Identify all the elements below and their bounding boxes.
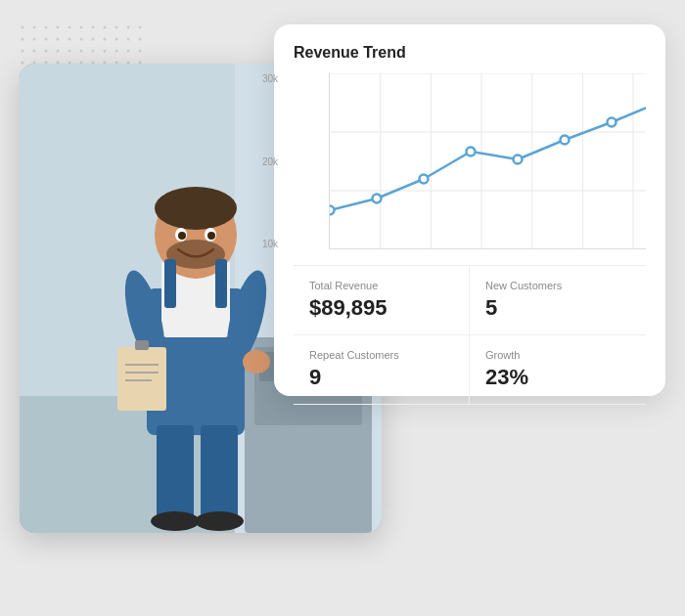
- svg-rect-18: [164, 259, 176, 308]
- new-customers-cell: New Customers 5: [470, 266, 646, 335]
- total-revenue-label: Total Revenue: [309, 280, 453, 291]
- svg-point-31: [151, 511, 200, 531]
- repeat-customers-value: 9: [309, 365, 453, 390]
- total-revenue-cell: Total Revenue $89,895: [294, 266, 470, 335]
- svg-point-23: [243, 350, 270, 374]
- svg-point-45: [467, 148, 476, 156]
- stats-grid: Total Revenue $89,895 New Customers 5 Re…: [294, 265, 646, 405]
- svg-point-47: [561, 136, 570, 145]
- svg-point-32: [195, 511, 244, 531]
- svg-rect-24: [117, 347, 166, 411]
- repeat-customers-label: Repeat Customers: [309, 349, 453, 361]
- growth-value: 23%: [485, 365, 630, 390]
- y-label-10k: 10k: [262, 239, 278, 249]
- svg-point-42: [330, 206, 335, 215]
- svg-point-46: [514, 155, 523, 164]
- revenue-chart: [329, 73, 646, 249]
- svg-point-44: [420, 175, 429, 184]
- svg-point-17: [207, 232, 215, 240]
- repeat-customers-cell: Repeat Customers 9: [294, 335, 470, 405]
- svg-rect-19: [215, 259, 227, 308]
- y-axis-labels: 30k 20k 10k: [262, 73, 278, 249]
- svg-rect-30: [201, 425, 238, 523]
- new-customers-label: New Customers: [485, 280, 630, 291]
- svg-point-16: [178, 232, 186, 240]
- growth-label: Growth: [485, 349, 630, 361]
- total-revenue-value: $89,895: [309, 295, 453, 321]
- growth-cell: Growth 23%: [470, 335, 646, 405]
- new-customers-value: 5: [485, 295, 630, 321]
- scene: Revenue Trend 30k 20k 10k: [20, 24, 665, 592]
- svg-point-12: [155, 187, 237, 230]
- svg-rect-29: [157, 425, 194, 523]
- svg-rect-25: [135, 340, 149, 350]
- y-label-30k: 30k: [262, 73, 278, 84]
- svg-point-48: [608, 118, 616, 127]
- analytics-card: Revenue Trend 30k 20k 10k: [274, 24, 665, 396]
- svg-point-43: [373, 195, 382, 203]
- chart-title: Revenue Trend: [294, 44, 646, 62]
- chart-svg: [330, 73, 646, 248]
- y-label-20k: 20k: [262, 156, 278, 167]
